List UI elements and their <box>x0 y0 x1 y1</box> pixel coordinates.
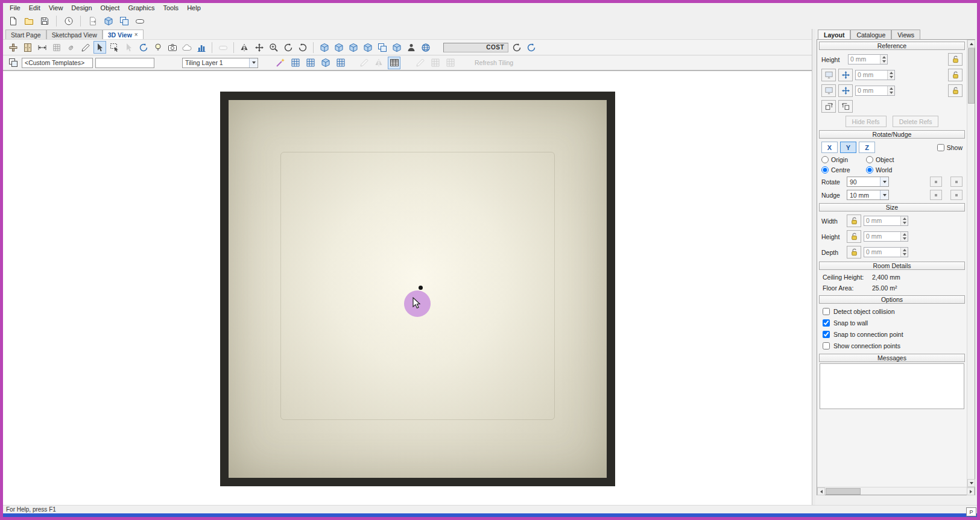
spin-down-icon[interactable] <box>888 91 894 96</box>
tile-rotate-button[interactable] <box>414 57 426 69</box>
grid-tool-button[interactable] <box>50 41 63 54</box>
close-tab-icon[interactable]: × <box>134 31 138 38</box>
scroll-right-icon[interactable] <box>967 487 975 495</box>
chevron-down-icon[interactable] <box>249 58 258 67</box>
nudge-combo[interactable]: 10 mm <box>847 190 889 200</box>
spin-up-icon[interactable] <box>901 248 908 252</box>
tile-wall-button[interactable] <box>304 57 317 69</box>
view-preset-right-button[interactable] <box>361 41 374 54</box>
link-tool-button[interactable] <box>65 41 77 54</box>
reference-2-lock-button[interactable] <box>948 69 963 81</box>
rotate-combo[interactable]: 90 <box>847 177 889 187</box>
draw-tool-button[interactable] <box>79 41 92 54</box>
spin-down-icon[interactable] <box>901 221 908 226</box>
cost-options-button[interactable] <box>525 41 537 54</box>
show-connection-points-checkbox[interactable] <box>823 342 830 349</box>
axis-x-button[interactable]: X <box>821 142 838 153</box>
scroll-up-icon[interactable] <box>967 40 975 48</box>
wall-tool-button[interactable] <box>7 41 19 54</box>
reference-3-move-button[interactable] <box>838 84 853 97</box>
tab-layout[interactable]: Layout <box>818 30 850 39</box>
rotate-view-ccw-button[interactable] <box>296 41 309 54</box>
menu-edit[interactable]: Edit <box>25 4 45 12</box>
walkthrough-button[interactable] <box>405 41 417 54</box>
option-detect-collision[interactable]: Detect object collision <box>823 308 961 315</box>
nudge-minus-button[interactable] <box>930 190 942 200</box>
chevron-down-icon[interactable] <box>880 177 888 186</box>
report-button[interactable] <box>195 41 207 54</box>
save-design-button[interactable] <box>38 14 51 27</box>
refresh-tiling-button[interactable]: Refresh Tiling <box>475 59 513 66</box>
world-radio[interactable] <box>866 166 873 174</box>
depth-input[interactable]: 0 mm <box>864 247 908 257</box>
spin-down-icon[interactable] <box>880 60 887 64</box>
zoom-button[interactable] <box>267 41 280 54</box>
tab-start-page[interactable]: Start Page <box>5 30 46 39</box>
3d-view-button[interactable] <box>102 14 115 27</box>
tile-pattern-button[interactable] <box>429 57 441 69</box>
spin-down-icon[interactable] <box>888 75 894 80</box>
view-preset-front-button[interactable] <box>318 41 330 54</box>
menu-file[interactable]: File <box>5 4 25 12</box>
option-show-connection-points[interactable]: Show connection points <box>823 342 961 349</box>
show-axis-checkbox[interactable] <box>937 144 944 151</box>
select-tool-button[interactable] <box>93 41 106 54</box>
tab-sketchpad-view[interactable]: Sketchpad View <box>46 30 103 39</box>
tiling-pages-button[interactable] <box>7 57 19 69</box>
tab-3d-view[interactable]: 3D View× <box>103 30 144 39</box>
pick-tile-button[interactable] <box>274 57 286 69</box>
view-preset-back-button[interactable] <box>332 41 345 54</box>
rotate-cw-button[interactable] <box>950 177 963 187</box>
template-name-input[interactable] <box>95 58 154 68</box>
height-input[interactable]: 0 mm <box>864 231 908 242</box>
centre-radio[interactable] <box>821 166 829 174</box>
reference-3-lock-button[interactable] <box>948 84 963 97</box>
reference-3-input[interactable]: 0 mm <box>855 86 895 96</box>
width-lock-button[interactable] <box>847 215 861 227</box>
tile-schedule-button[interactable] <box>388 57 400 69</box>
dimension-tool-button[interactable] <box>36 41 48 54</box>
option-snap-to-connection[interactable]: Snap to connection point <box>823 331 961 338</box>
panel-horizontal-scrollbar[interactable] <box>817 487 975 495</box>
detect-collision-checkbox[interactable] <box>823 308 830 315</box>
view-preset-left-button[interactable] <box>347 41 359 54</box>
menu-object[interactable]: Object <box>96 4 124 12</box>
history-button[interactable] <box>62 14 75 27</box>
unit-tool-button[interactable] <box>21 41 34 54</box>
tile-erase-button[interactable] <box>373 57 385 69</box>
worktop-view-button[interactable] <box>133 14 146 27</box>
worktop-edit-button[interactable] <box>217 41 229 54</box>
lighting-button[interactable] <box>151 41 164 54</box>
width-input[interactable]: 0 mm <box>864 216 908 226</box>
tile-3d-button[interactable] <box>319 57 332 69</box>
spin-up-icon[interactable] <box>888 86 894 91</box>
new-design-button[interactable] <box>7 14 19 27</box>
tile-area-button[interactable] <box>289 57 302 69</box>
spin-down-icon[interactable] <box>901 237 908 242</box>
export-view-button[interactable] <box>86 14 99 27</box>
menu-tools[interactable]: Tools <box>159 4 183 12</box>
reference-height-input[interactable]: 0 mm <box>848 54 888 64</box>
tiling-layer-combo[interactable]: Tiling Layer 1 <box>182 58 258 68</box>
hide-refs-button[interactable]: Hide Refs <box>846 116 887 127</box>
rotate-ccw-button[interactable] <box>930 177 942 187</box>
menu-view[interactable]: View <box>45 4 68 12</box>
scrollbar-thumb[interactable] <box>968 48 975 104</box>
reference-2-view-button[interactable] <box>821 69 836 81</box>
snapshot-button[interactable] <box>166 41 179 54</box>
refresh-cost-button[interactable] <box>510 41 523 54</box>
chevron-down-icon[interactable] <box>880 190 888 199</box>
elevation-views-button[interactable] <box>118 14 130 27</box>
height-lock-button[interactable] <box>847 230 861 243</box>
origin-radio[interactable] <box>821 156 829 163</box>
scrollbar-thumb[interactable] <box>826 488 861 495</box>
spin-up-icon[interactable] <box>901 232 908 237</box>
room-view[interactable] <box>220 92 615 486</box>
pan-button[interactable] <box>253 41 265 54</box>
nudge-plus-button[interactable] <box>950 190 963 200</box>
depth-lock-button[interactable] <box>847 246 861 258</box>
tab-views[interactable]: Views <box>891 30 920 39</box>
option-snap-to-wall[interactable]: Snap to wall <box>823 319 961 327</box>
open-design-button[interactable] <box>22 14 35 27</box>
reference-2-input[interactable]: 0 mm <box>855 70 895 80</box>
